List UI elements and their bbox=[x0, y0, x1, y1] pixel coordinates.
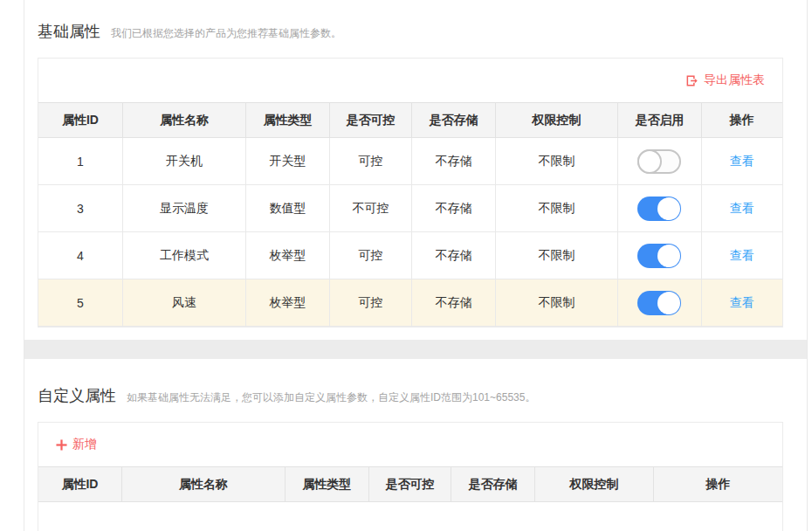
header-storage: 是否存储 bbox=[451, 467, 534, 502]
enable-toggle[interactable] bbox=[637, 291, 681, 315]
custom-section-header: 自定义属性 如果基础属性无法满足，您可以添加自定义属性参数，自定义属性ID范围为… bbox=[38, 359, 783, 406]
add-label: 新增 bbox=[72, 437, 97, 452]
cell-controllable: 可控 bbox=[329, 138, 412, 185]
basic-section-subtitle: 我们已根据您选择的产品为您推荐基础属性参数。 bbox=[111, 26, 341, 41]
toggle-knob bbox=[657, 245, 680, 267]
custom-properties-table: 属性ID 属性名称 属性类型 是否可控 是否存储 权限控制 操作 bbox=[38, 466, 782, 502]
header-controllable: 是否可控 bbox=[368, 467, 451, 502]
cell-storage: 不存储 bbox=[412, 279, 495, 327]
header-property-id: 属性ID bbox=[38, 103, 122, 138]
basic-card-toolbar: 导出属性表 bbox=[38, 59, 782, 102]
cell-permission: 不限制 bbox=[495, 279, 618, 327]
table-row: 3 显示温度 数值型 不可控 不存储 不限制 查看 bbox=[38, 185, 782, 232]
header-action: 操作 bbox=[701, 103, 782, 138]
cell-action: 查看 bbox=[701, 185, 782, 232]
header-controllable: 是否可控 bbox=[329, 103, 412, 138]
cell-permission: 不限制 bbox=[495, 232, 618, 279]
header-property-type: 属性类型 bbox=[285, 467, 368, 502]
view-link[interactable]: 查看 bbox=[730, 248, 754, 262]
cell-enabled bbox=[618, 185, 701, 232]
header-storage: 是否存储 bbox=[412, 103, 495, 138]
cell-property-name: 工作模式 bbox=[122, 232, 245, 279]
basic-properties-table: 属性ID 属性名称 属性类型 是否可控 是否存储 权限控制 是否启用 操作 1 … bbox=[38, 102, 782, 327]
header-permission: 权限控制 bbox=[534, 467, 653, 502]
cell-storage: 不存储 bbox=[412, 185, 495, 232]
plus-icon bbox=[56, 439, 67, 451]
enable-toggle[interactable] bbox=[637, 244, 681, 268]
toggle-knob bbox=[637, 149, 662, 174]
basic-properties-section: 基础属性 我们已根据您选择的产品为您推荐基础属性参数。 导出属性表 bbox=[24, 0, 807, 328]
cell-controllable: 可控 bbox=[329, 279, 412, 327]
header-permission: 权限控制 bbox=[495, 103, 618, 138]
basic-section-title: 基础属性 bbox=[38, 21, 100, 42]
view-link[interactable]: 查看 bbox=[730, 201, 754, 215]
cell-controllable: 不可控 bbox=[329, 185, 412, 232]
custom-card-toolbar: 新增 bbox=[38, 423, 782, 466]
cell-property-type: 枚举型 bbox=[246, 279, 329, 327]
cell-enabled bbox=[618, 279, 701, 327]
cell-property-type: 枚举型 bbox=[246, 232, 329, 279]
cell-property-id: 4 bbox=[38, 232, 122, 279]
cell-property-type: 开关型 bbox=[246, 138, 329, 185]
cell-property-id: 1 bbox=[38, 138, 122, 185]
cell-controllable: 可控 bbox=[329, 232, 412, 279]
custom-section-title: 自定义属性 bbox=[38, 385, 116, 406]
basic-table-body: 1 开关机 开关型 可控 不存储 不限制 查看 3 显示温度 数值型 不可控 不… bbox=[38, 138, 782, 327]
cell-property-id: 5 bbox=[38, 279, 122, 327]
enable-toggle[interactable] bbox=[637, 149, 681, 174]
cell-property-name: 风速 bbox=[122, 279, 245, 327]
basic-section-header: 基础属性 我们已根据您选择的产品为您推荐基础属性参数。 bbox=[38, 0, 783, 42]
cell-permission: 不限制 bbox=[495, 185, 618, 232]
custom-table-header-row: 属性ID 属性名称 属性类型 是否可控 是否存储 权限控制 操作 bbox=[38, 467, 782, 502]
page-container: 基础属性 我们已根据您选择的产品为您推荐基础属性参数。 导出属性表 bbox=[24, 0, 808, 531]
section-divider bbox=[24, 340, 807, 359]
export-icon bbox=[685, 74, 698, 87]
toggle-knob bbox=[657, 292, 680, 314]
add-property-button[interactable]: 新增 bbox=[56, 437, 97, 452]
header-property-type: 属性类型 bbox=[246, 103, 329, 138]
cell-action: 查看 bbox=[701, 138, 782, 185]
cell-enabled bbox=[618, 232, 701, 279]
table-row: 4 工作模式 枚举型 可控 不存储 不限制 查看 bbox=[38, 232, 782, 279]
cell-storage: 不存储 bbox=[412, 138, 495, 185]
basic-table-header-row: 属性ID 属性名称 属性类型 是否可控 是否存储 权限控制 是否启用 操作 bbox=[38, 103, 782, 138]
header-property-name: 属性名称 bbox=[122, 103, 245, 138]
cell-action: 查看 bbox=[701, 232, 782, 279]
cell-action: 查看 bbox=[701, 279, 782, 327]
header-enabled: 是否启用 bbox=[618, 103, 701, 138]
export-attributes-button[interactable]: 导出属性表 bbox=[685, 72, 765, 88]
toggle-knob bbox=[657, 197, 680, 220]
view-link[interactable]: 查看 bbox=[730, 295, 754, 309]
table-row: 1 开关机 开关型 可控 不存储 不限制 查看 bbox=[38, 138, 782, 185]
export-label: 导出属性表 bbox=[704, 72, 765, 88]
cell-property-name: 显示温度 bbox=[122, 185, 245, 232]
custom-section-subtitle: 如果基础属性无法满足，您可以添加自定义属性参数，自定义属性ID范围为101~65… bbox=[127, 390, 535, 405]
cell-enabled bbox=[618, 138, 701, 185]
custom-properties-card: 新增 属性ID 属性名称 属性类型 是否可控 是否存储 权限控制 bbox=[38, 422, 783, 531]
header-property-id: 属性ID bbox=[38, 467, 121, 502]
cell-permission: 不限制 bbox=[495, 138, 618, 185]
table-row: 5 风速 枚举型 可控 不存储 不限制 查看 bbox=[38, 279, 782, 327]
cell-storage: 不存储 bbox=[412, 232, 495, 279]
view-link[interactable]: 查看 bbox=[730, 154, 754, 168]
enable-toggle[interactable] bbox=[637, 197, 681, 221]
custom-properties-section: 自定义属性 如果基础属性无法满足，您可以添加自定义属性参数，自定义属性ID范围为… bbox=[24, 359, 807, 531]
cell-property-id: 3 bbox=[38, 185, 122, 232]
header-action: 操作 bbox=[654, 467, 782, 502]
cell-property-name: 开关机 bbox=[122, 138, 245, 185]
cell-property-type: 数值型 bbox=[246, 185, 329, 232]
basic-properties-card: 导出属性表 属性ID 属性名称 属性类型 是否可控 是否存储 权限控制 bbox=[38, 58, 783, 328]
header-property-name: 属性名称 bbox=[121, 467, 285, 502]
